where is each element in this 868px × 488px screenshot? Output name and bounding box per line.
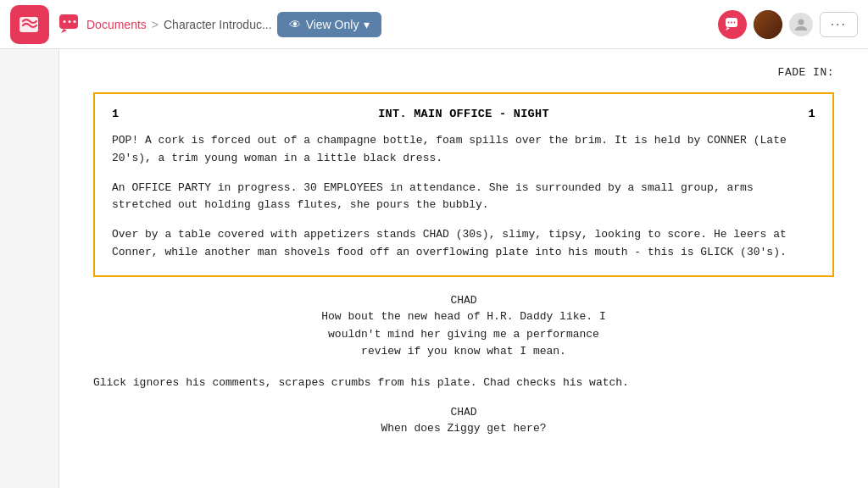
scene-number-left: 1 [112, 108, 119, 120]
action-paragraph-3: Over by a table covered with appetizers … [112, 226, 815, 262]
dialogue-chad-1: CHAD How bout the new head of H.R. Daddy… [93, 294, 834, 361]
app-logo [10, 5, 49, 44]
scene-heading: 1 INT. MAIN OFFICE - NIGHT 1 [112, 108, 815, 120]
header-right-actions: ··· [718, 10, 858, 39]
chevron-down-icon: ▾ [364, 18, 370, 31]
action-paragraph-4: Glick ignores his comments, scrapes crum… [93, 374, 834, 392]
dialogue-text-chad-1: How bout the new head of H.R. Daddy like… [320, 308, 608, 361]
avatar-image [754, 10, 782, 39]
character-name-chad-2: CHAD [93, 406, 834, 419]
svg-point-4 [74, 20, 76, 23]
left-sidebar [0, 49, 59, 488]
svg-point-9 [798, 19, 804, 25]
svg-point-2 [64, 20, 66, 23]
more-options-button[interactable]: ··· [820, 12, 858, 37]
dialogue-chad-2: CHAD When does Ziggy get here? [93, 406, 834, 438]
eye-icon: 👁 [289, 18, 301, 31]
character-name-chad-1: CHAD [93, 294, 834, 307]
fade-in-text: FADE IN: [93, 66, 834, 79]
svg-point-6 [727, 21, 729, 23]
scene-number-right: 1 [809, 108, 815, 120]
svg-point-3 [69, 20, 71, 23]
action-paragraph-1: POP! A cork is forced out of a champagne… [112, 132, 815, 168]
svg-point-8 [733, 21, 735, 23]
comment-icon [58, 13, 81, 36]
comment-button[interactable] [718, 10, 747, 39]
scene-block: 1 INT. MAIN OFFICE - NIGHT 1 POP! A cork… [93, 92, 834, 277]
breadcrumb-documents[interactable]: Documents [86, 18, 147, 31]
avatar [754, 10, 782, 39]
toolbar: Documents > Character Introduc... 👁 View… [0, 0, 868, 49]
user-icon [789, 13, 813, 36]
svg-point-7 [731, 21, 732, 23]
breadcrumb: Documents > Character Introduc... 👁 View… [58, 12, 709, 37]
scene-heading-text: INT. MAIN OFFICE - NIGHT [378, 108, 549, 120]
action-paragraph-2: An OFFICE PARTY in progress. 30 EMPLOYEE… [112, 180, 815, 215]
main-area: FADE IN: 1 INT. MAIN OFFICE - NIGHT 1 PO… [0, 49, 868, 488]
view-only-label: View Only [306, 18, 359, 31]
view-only-button[interactable]: 👁 View Only ▾ [277, 12, 382, 37]
script-content: FADE IN: 1 INT. MAIN OFFICE - NIGHT 1 PO… [59, 49, 868, 488]
dialogue-text-chad-2: When does Ziggy get here? [320, 420, 608, 438]
breadcrumb-separator: > [152, 18, 159, 31]
breadcrumb-current-doc: Character Introduc... [164, 18, 272, 31]
